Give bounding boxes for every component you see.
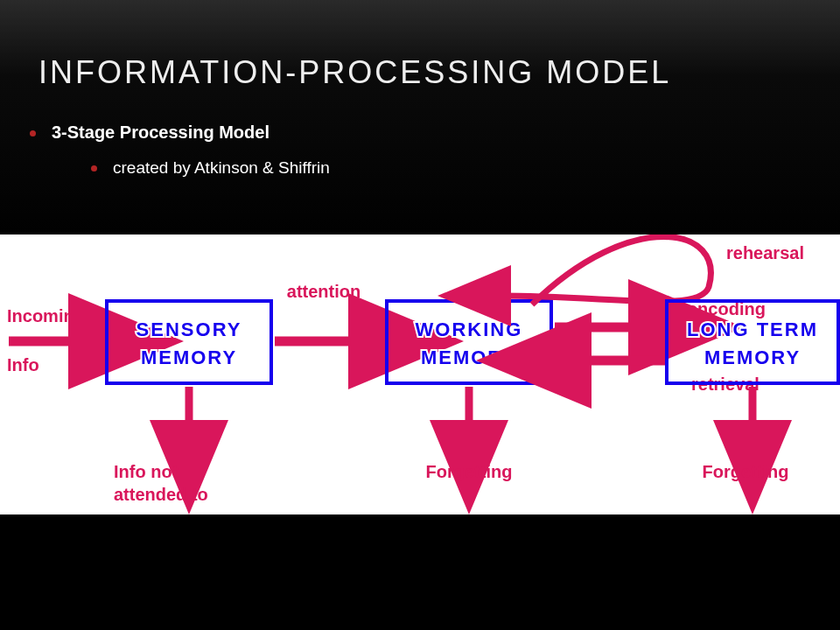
box-working-label-1: WORKING xyxy=(416,318,523,340)
memory-model-diagram: Incoming Info SENSORY SENSORY MEMORY MEM… xyxy=(0,234,840,514)
box-sensory-label-2: MEMORY xyxy=(141,346,237,368)
diagram-svg: Incoming Info SENSORY SENSORY MEMORY MEM… xyxy=(0,234,840,514)
incoming-label-1: Incoming xyxy=(7,306,85,326)
label-not-attended-2: attended to xyxy=(114,485,208,504)
bullet-text: 3-Stage Processing Model xyxy=(52,122,270,143)
label-attention: attention xyxy=(287,282,360,301)
box-longterm-label-1: LONG TERM xyxy=(687,318,818,340)
box-sensory-label-1: SENSORY xyxy=(136,318,242,340)
box-sensory xyxy=(107,301,271,383)
bullet-level2: created by Atkinson & Shiffrin xyxy=(91,158,330,178)
label-rehearsal: rehearsal xyxy=(726,243,804,262)
bullet-level1: 3-Stage Processing Model xyxy=(30,122,330,143)
arrow-rehearsal xyxy=(499,237,710,305)
box-longterm-label-2: MEMORY xyxy=(704,346,801,368)
label-not-attended-1: Info not xyxy=(114,462,178,481)
bullet-list: 3-Stage Processing Model created by Atki… xyxy=(30,122,330,178)
box-working-label-2: MEMORY xyxy=(421,346,517,368)
bullet-text: created by Atkinson & Shiffrin xyxy=(113,158,330,178)
incoming-label-2: Info xyxy=(7,355,39,374)
label-forgetting-working: Forgetting xyxy=(426,462,513,481)
slide: INFORMATION-PROCESSING MODEL 3-Stage Pro… xyxy=(0,0,840,630)
label-forgetting-longterm: Forgetting xyxy=(703,462,789,481)
slide-title: INFORMATION-PROCESSING MODEL xyxy=(38,54,671,91)
bullet-dot-icon xyxy=(91,165,97,172)
box-working xyxy=(387,301,551,383)
bullet-dot-icon xyxy=(30,130,36,136)
